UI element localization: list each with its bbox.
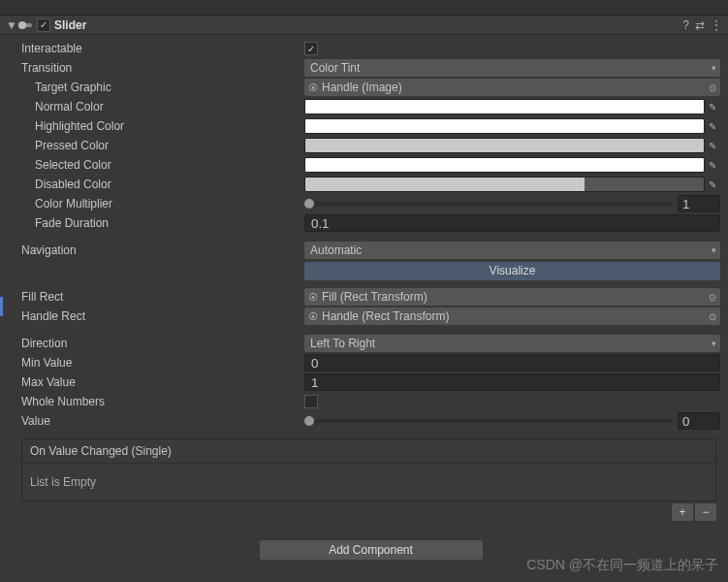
eyedropper-icon[interactable]: ✎	[705, 179, 720, 190]
color-multiplier-slider[interactable]	[304, 202, 672, 206]
normal-color-label: Normal Color	[35, 100, 304, 113]
whole-numbers-checkbox[interactable]	[304, 395, 318, 408]
component-title: Slider	[54, 18, 682, 32]
highlighted-color-label: Highlighted Color	[35, 119, 304, 133]
fill-rect-field[interactable]: ⦿Fill (Rect Transform)⊙	[304, 288, 720, 306]
svg-point-1	[18, 21, 26, 29]
handle-rect-label: Handle Rect	[21, 309, 304, 323]
eyedropper-icon[interactable]: ✎	[705, 160, 720, 171]
direction-dropdown[interactable]: Left To Right	[304, 335, 720, 352]
value-slider[interactable]	[304, 419, 672, 423]
help-icon[interactable]: ?	[682, 18, 689, 32]
visualize-button[interactable]: Visualize	[304, 262, 720, 280]
fade-duration-label: Fade Duration	[35, 216, 304, 230]
normal-color-field[interactable]	[304, 99, 705, 114]
disabled-color-field[interactable]	[304, 177, 705, 192]
transition-label: Transition	[21, 61, 304, 75]
component-enable-checkbox[interactable]: ✓	[37, 18, 50, 32]
fade-duration-input[interactable]	[304, 214, 720, 232]
event-box: On Value Changed (Single) List is Empty	[21, 438, 716, 501]
interactable-label: Interactable	[21, 42, 304, 55]
eyedropper-icon[interactable]: ✎	[705, 102, 720, 113]
selected-color-label: Selected Color	[35, 158, 304, 172]
component-header[interactable]: ▼ ✓ Slider ? ⇄ ⋮	[0, 16, 728, 35]
add-component-button[interactable]: Add Component	[260, 540, 483, 560]
object-icon: ⦿	[308, 82, 322, 93]
max-value-label: Max Value	[21, 375, 304, 389]
eyedropper-icon[interactable]: ✎	[705, 141, 720, 151]
value-input[interactable]	[678, 412, 720, 430]
add-event-button[interactable]: +	[672, 503, 693, 521]
eyedropper-icon[interactable]: ✎	[705, 121, 720, 132]
event-header: On Value Changed (Single)	[22, 439, 715, 464]
min-value-label: Min Value	[21, 356, 304, 370]
remove-event-button[interactable]: −	[695, 503, 716, 521]
pressed-color-field[interactable]	[304, 138, 705, 153]
top-bar	[0, 0, 728, 16]
fill-rect-label: Fill Rect	[21, 290, 304, 304]
whole-numbers-label: Whole Numbers	[21, 395, 304, 408]
target-graphic-field[interactable]: ⦿Handle (Image)⊙	[304, 79, 720, 96]
object-picker-icon[interactable]: ⊙	[709, 311, 716, 322]
slider-handle[interactable]	[304, 199, 314, 209]
disabled-color-label: Disabled Color	[35, 178, 304, 191]
highlighted-color-field[interactable]	[304, 118, 705, 134]
max-value-input[interactable]	[304, 373, 720, 391]
preset-icon[interactable]: ⇄	[695, 18, 705, 32]
handle-rect-field[interactable]: ⦿Handle (Rect Transform)⊙	[304, 307, 720, 325]
color-multiplier-input[interactable]	[678, 195, 720, 212]
navigation-dropdown[interactable]: Automatic	[304, 242, 720, 259]
interactable-checkbox[interactable]: ✓	[304, 42, 318, 55]
menu-icon[interactable]: ⋮	[711, 18, 722, 32]
value-label: Value	[21, 414, 304, 428]
object-picker-icon[interactable]: ⊙	[709, 292, 716, 303]
selection-indicator	[0, 297, 3, 316]
min-value-input[interactable]	[304, 354, 720, 372]
transition-dropdown[interactable]: Color Tint	[304, 59, 720, 77]
foldout-icon[interactable]: ▼	[6, 18, 17, 32]
object-icon: ⦿	[308, 311, 322, 322]
slider-handle[interactable]	[304, 416, 314, 426]
navigation-label: Navigation	[21, 243, 304, 257]
target-graphic-label: Target Graphic	[35, 81, 304, 94]
object-icon: ⦿	[308, 292, 322, 303]
direction-label: Direction	[21, 337, 304, 350]
component-icon	[17, 18, 33, 32]
color-multiplier-label: Color Multiplier	[35, 197, 304, 210]
watermark-text: CSDN @不在同一频道上的呆子	[526, 557, 718, 574]
pressed-color-label: Pressed Color	[35, 139, 304, 152]
selected-color-field[interactable]	[304, 157, 705, 173]
object-picker-icon[interactable]: ⊙	[709, 82, 716, 93]
event-empty-text: List is Empty	[22, 464, 715, 501]
